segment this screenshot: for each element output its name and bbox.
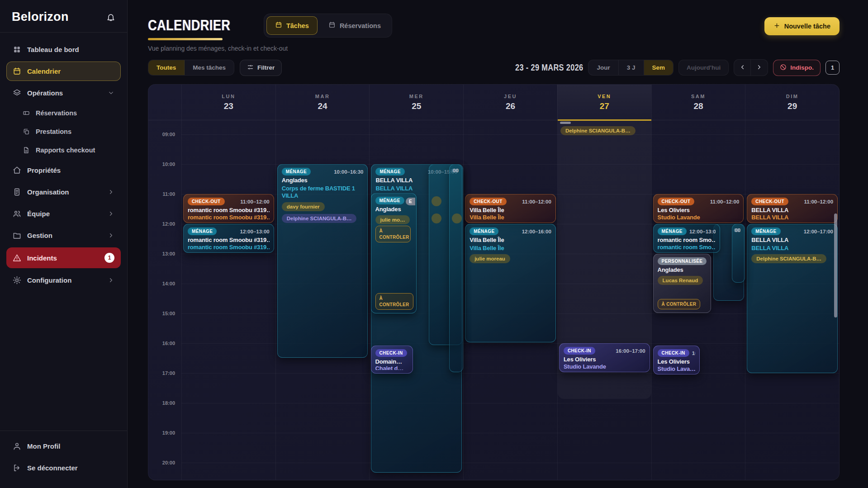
new-task-button[interactable]: Nouvelle tâche [764,17,840,35]
sidebar-item-se-deconnecter[interactable]: Se déconnecter [6,458,121,478]
day-header-mar[interactable]: MAR24 [275,85,370,120]
count-button[interactable]: 1 [825,61,840,75]
event-card-menage[interactable]: MÉNAGE12:00–13:00romantic room Smo…roman… [653,224,721,253]
view-jour[interactable]: Jour [588,60,618,75]
event-type-badge: CHECK-OUT [188,198,225,205]
sidebar-item-reservations[interactable]: Réservations [16,105,121,121]
notifications-bell-icon[interactable] [106,13,115,22]
sidebar-item-calendrier[interactable]: Calendrier [6,62,121,81]
time-label: 15:00 [162,311,175,316]
indispo-label: Indispo. [790,64,814,71]
day-header-mer[interactable]: MER25 [369,85,463,120]
sidebar-item-rapports-checkout[interactable]: Rapports checkout [16,142,121,158]
event-card-checkout[interactable]: CHECK-OUT11:00–12:00Villa Belle ÎleVilla… [465,194,556,223]
calendar-mode-tabs: Tâches Réservations [264,14,392,38]
event-time: 00 [453,168,459,173]
event-title: Villa Belle Île [470,207,551,213]
event-header-row: MÉNAGE12:00–13:00 [658,227,716,235]
view-3j[interactable]: 3 J [619,60,644,75]
event-header-row: PERSONNALISÉE [658,257,707,265]
event-time: 12:00–17:00 [804,229,833,234]
view-toggle: Jour 3 J Sem [588,60,674,76]
scope-toutes[interactable]: Toutes [148,60,185,75]
sidebar-item-label: Gestion [27,232,52,239]
home-icon [13,166,21,175]
event-header-row: MÉNAGE12:00–13:00 [188,227,270,235]
event-type-badge: MÉNAGE [282,168,311,175]
time-label: 09:00 [162,132,175,137]
main-area: CALENDRIER Tâches Réservations Nouvelle … [128,0,868,488]
view-sem[interactable]: Sem [644,60,674,75]
sidebar-item-label: Prestations [36,128,71,135]
scope-mes-taches[interactable]: Mes tâches [185,60,234,75]
event-card-checkout[interactable]: CHECK-OUT11:00–12:00romantic room Smoobu… [183,194,274,223]
event-header-row: MÉNAGE12:00–17:00 [751,227,833,235]
event-card-checkin[interactable]: CHECK-IN16:00–17:00Les OliviersStudio La… [559,343,650,372]
event-card-checkin[interactable]: CHECK-INDomain…Chalet d… [371,346,413,374]
sidebar-item-operations[interactable]: Opérations [6,83,121,103]
event-card-custom[interactable]: PERSONNALISÉEAngladesLucas RenaudÀ CONTR… [653,254,711,313]
sidebar-item-incidents[interactable]: Incidents1 [6,247,121,268]
day-name: JEU [504,94,517,99]
event-card-menage[interactable]: MÉNAGE12:00–13:00romantic room Smoobu #3… [183,224,274,253]
event-card-checkout[interactable]: CHECK-OUT11:00–12:00Les OliviersStudio L… [653,194,744,223]
chevron-right-icon [108,189,114,195]
sidebar-item-organisation[interactable]: Organisation [6,182,121,202]
week-nav [734,59,768,76]
day-header-ven[interactable]: VEN27 [557,85,651,120]
event-card-menage[interactable]: 00 [449,164,463,372]
event-card-menage[interactable]: 00 [732,224,745,283]
event-type-badge: MÉNAGE [375,197,404,204]
sidebar: Belorizon Tableau de bordCalendrierOpéra… [0,0,128,488]
sidebar-item-proprietes[interactable]: Propriétés [6,161,121,180]
time-label: 12:00 [162,221,175,227]
event-card-menage[interactable]: MÉNAGE12:00–17:00BELLA VILLABELLA VILLAD… [747,224,838,373]
event-card-menage[interactable]: MÉNAGE12:00–16:00Villa Belle ÎleVilla Be… [465,224,556,342]
a-controler-badge: À CONTRÔLER [375,226,411,242]
event-type-badge: MÉNAGE [751,227,780,235]
day-header-sam[interactable]: SAM28 [651,85,745,120]
tab-taches[interactable]: Tâches [266,16,318,35]
filter-button[interactable]: Filtrer [240,60,282,76]
tab-reservations[interactable]: Réservations [320,16,389,35]
folder-icon [13,231,21,240]
day-column-mar: MÉNAGE10:00–16:30AngladesCorps de ferme … [275,120,370,480]
next-week-button[interactable] [751,60,768,76]
event-card-checkin[interactable]: CHECK-IN16Les OliviersStudio Lava… [653,346,700,374]
day-header-lun[interactable]: LUN23 [181,85,275,120]
sidebar-item-gestion[interactable]: Gestion [6,226,121,245]
today-button[interactable]: Aujourd'hui [678,60,729,76]
event-card-menage[interactable]: MÉNAGE11:0EAngladesjulie mo…À CONTRÔLERÀ… [371,193,417,313]
event-time: 12:00–16:00 [522,229,551,234]
assignee-chip[interactable]: Delphine SCIANGULA-B… [560,126,636,135]
sidebar-item-prestations[interactable]: Prestations [16,123,121,140]
day-name: MAR [315,94,330,99]
time-label: 11:00 [162,191,175,197]
event-card-menage[interactable]: MÉNAGE10:00–16:30AngladesCorps de ferme … [277,164,368,358]
gutter-header [148,85,181,120]
event-card-checkout[interactable]: CHECK-OUT11:00–12:00BELLA VILLABELLA VIL… [747,194,838,223]
sidebar-item-tableau-de-bord[interactable]: Tableau de bord [6,40,121,59]
event-time: 16:00–17:00 [616,348,645,354]
day-header-dim[interactable]: DIM29 [745,85,839,120]
event-time: 11:00–12:00 [710,199,740,204]
prev-week-button[interactable] [734,60,751,76]
time-gutter: 09:0010:0011:0012:0013:0014:0015:0016:00… [148,120,181,480]
day-header-jeu[interactable]: JEU26 [463,85,557,120]
indispo-button[interactable]: Indispo. [773,60,821,76]
event-header-row: MÉNAGE10:00–16:30 [282,168,364,175]
event-time: 11:00–12:00 [522,199,551,204]
sidebar-item-equipe[interactable]: Équipe [6,204,121,223]
day-column-sam: CHECK-OUT11:00–12:00Les OliviersStudio L… [651,120,745,480]
scrollbar-thumb[interactable] [834,213,837,317]
event-type-badge: CHECK-IN [564,347,595,355]
allday-chip-row: Delphine SCIANGULA-B… [560,126,649,135]
sidebar-item-configuration[interactable]: Configuration [6,270,121,290]
sidebar-item-mon-profil[interactable]: Mon Profil [6,436,121,456]
page-header: CALENDRIER Tâches Réservations Nouvelle … [128,0,868,40]
new-task-label: Nouvelle tâche [784,23,830,30]
time-label: 20:00 [162,460,175,465]
page-subtitle: Vue planning des ménages, check-in et ch… [128,40,868,52]
event-subtitle: Studio Lava… [658,365,695,371]
sidebar-header: Belorizon [0,0,127,32]
